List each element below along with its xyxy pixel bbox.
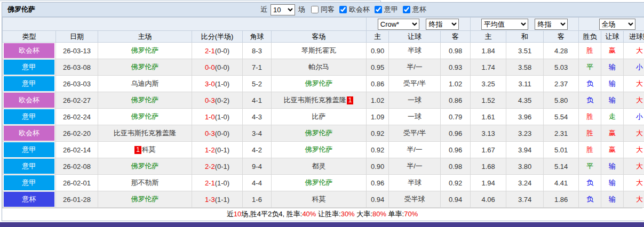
team-name[interactable]: 那不勒斯 [131,179,159,187]
avg-draw-odds-cell: 3.23 [506,125,544,142]
league-filter-label-seriea: 意甲 [384,5,398,14]
full-score: 2-2 [205,163,215,171]
league-badge: 意甲 [4,159,54,174]
full-score: 2-1 [205,47,215,55]
league-type-cell: 意甲 [3,76,56,92]
away-team-cell: 比亚韦斯托克雅盖隆1 [272,92,367,109]
league-filter-checkbox-seriea[interactable] [375,6,382,13]
home-team-cell: 佛罗伦萨 [98,92,192,109]
league-filter-checkbox-uecl[interactable] [339,6,347,13]
league-filter-label-coppa: 意杯 [412,5,426,14]
handicap-line-cell: 一球 [389,92,441,109]
away-team-cell: 科莫 [272,191,367,208]
home-team-cell: 乌迪内斯 [98,76,192,92]
summary-segment: 大率: [355,210,372,218]
full-score: 2-1 [205,179,215,187]
team-name[interactable]: 佛罗伦萨 [131,162,159,170]
handicap-line-cell: 受平/半 [389,125,441,142]
league-type-cell: 欧会杯 [3,125,56,142]
team-name[interactable]: 佛罗伦萨 [131,195,159,203]
odds-time-select[interactable]: 终指 [535,19,568,30]
team-name[interactable]: 佛罗伦萨 [305,179,333,187]
handicap-time-select[interactable]: 终指 [426,19,459,30]
full-score: 1-0 [205,113,215,121]
league-badge: 意甲 [4,109,54,124]
handicap-line-cell: 半/一 [389,59,441,76]
score-cell: 2-1(1-0) [192,175,243,191]
half-score: (1-0) [215,113,229,121]
home-team-cell: 比亚韦斯托克雅盖隆 [98,125,192,142]
handicap-line-cell: 半球 [389,43,441,59]
same-away-checkbox[interactable] [311,6,319,13]
avg-home-odds-cell: 1.84 [471,43,506,59]
team-name[interactable]: 佛罗伦萨 [305,129,333,137]
team-name[interactable]: 比亚韦斯托克雅盖隆 [114,129,176,137]
avg-draw-odds-cell: 4.35 [506,92,544,109]
full-score: 1-2 [205,146,215,154]
handicap-line-cell: 半球 [389,175,441,191]
history-table: Crow* 终指 平均值 终指 全场 类型 日期 主场 比分(半场) [2,17,644,208]
handicap-company-select[interactable]: Crow* [378,19,419,30]
team-name[interactable]: 佛罗伦萨 [305,145,333,153]
date-cell: 26-02-01 [56,175,98,191]
avg-home-odds-cell: 3.13 [471,125,506,142]
away-team-cell: 比萨 [272,109,367,125]
goals-result-cell: 大 [624,43,644,59]
games-label: 场 [298,5,305,14]
team-name[interactable]: 比萨 [312,112,326,120]
avg-away-odds-cell: 4.41 [544,175,579,191]
league-type-cell: 意甲 [3,175,56,191]
league-type-cell: 意甲 [3,158,56,175]
half-score: (0-0) [215,63,229,71]
team-name[interactable]: 帕尔马 [308,63,329,71]
team-name[interactable]: 都灵 [312,162,326,170]
team-name[interactable]: 佛罗伦萨 [131,46,159,54]
goals-result-cell: 小 [624,59,644,76]
corner-cell: 4-2 [243,142,272,158]
handicap-away-odds-cell: 0.94 [441,191,471,208]
corner-cell: 8-3 [243,43,272,59]
team-name[interactable]: 佛罗伦萨 [131,63,159,71]
selects-header-row: Crow* 终指 平均值 终指 全场 [3,18,644,31]
handicap-home-odds-cell: 0.94 [367,191,389,208]
score-cell: 0-3(0-2) [192,92,243,109]
goals-result-cell: 大 [624,142,644,158]
col-date: 日期 [56,31,98,43]
score-cell: 0-0(0-0) [192,59,243,76]
team-name[interactable]: 科莫 [312,195,326,203]
team-name[interactable]: 琴斯托霍瓦 [301,46,336,54]
home-team-cell: 那不勒斯 [98,175,192,191]
avg-away-odds-cell: 5.80 [544,92,579,109]
result-cell: 胜 [579,142,601,158]
league-badge: 欧会杯 [4,43,54,58]
goals-result-cell: 大 [624,158,644,175]
recent-count-select[interactable]: 10 [271,4,295,15]
team-name[interactable]: 科莫 [142,145,156,153]
avg-draw-odds-cell: 3.94 [506,142,544,158]
avg-home-odds-cell: 1.67 [471,142,506,158]
result-cell: 负 [579,76,601,92]
full-score: 3-0 [205,80,215,88]
team-name[interactable]: 佛罗伦萨 [131,112,159,120]
result-cell: 负 [579,191,601,208]
handicap-away-odds-cell: 0.79 [441,109,471,125]
away-team-cell: 佛罗伦萨 [272,175,367,191]
handicap-home-odds-cell: 0.86 [367,76,389,92]
odds-company-select[interactable]: 平均值 [481,19,528,30]
team-name[interactable]: 乌迪内斯 [131,79,159,87]
col-result: 胜负 [579,31,601,43]
goals-result-cell: 大 [624,175,644,191]
team-name[interactable]: 佛罗伦萨 [305,79,333,87]
team-name[interactable]: 佛罗伦萨 [131,96,159,104]
league-filter-checkbox-coppa[interactable] [403,6,410,13]
col-handicap-line: 让球 [389,31,441,43]
team-name[interactable]: 比亚韦斯托克雅盖隆 [284,96,346,104]
col-odds-draw: 和 [506,31,544,43]
col-score: 比分(半场) [192,31,243,43]
scope-select[interactable]: 全场 [599,19,635,30]
league-type-cell: 欧会杯 [3,43,56,59]
avg-draw-odds-cell: 3.96 [506,109,544,125]
summary-segment: 10 [234,210,241,218]
table-row: 意甲26-03-08佛罗伦萨0-0(0-0)7-1帕尔马0.95半/一0.931… [3,59,644,76]
red-card-badge: 1 [134,146,141,154]
